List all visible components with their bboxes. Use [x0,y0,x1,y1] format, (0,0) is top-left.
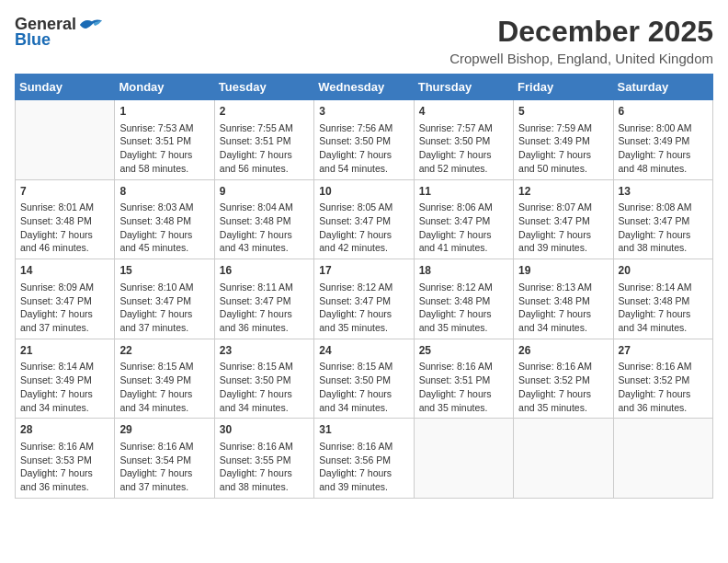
daylight-text: Daylight: 7 hours and 36 minutes. [20,467,93,492]
day-number: 4 [419,104,508,120]
sunset-text: Sunset: 3:50 PM [220,374,291,385]
day-number: 25 [419,343,508,359]
calendar-cell: 21Sunrise: 8:14 AMSunset: 3:49 PMDayligh… [16,339,115,419]
day-number: 7 [20,184,109,200]
calendar-header-monday: Monday [115,75,214,100]
day-number: 27 [619,343,708,359]
location: Cropwell Bishop, England, United Kingdom [449,51,713,66]
day-number: 29 [119,422,209,438]
sunrise-text: Sunrise: 8:15 AM [319,361,392,372]
sunrise-text: Sunrise: 7:57 AM [419,122,493,133]
sunrise-text: Sunrise: 8:14 AM [20,361,94,372]
sunrise-text: Sunrise: 8:16 AM [518,361,592,372]
day-number: 9 [220,184,309,200]
sunset-text: Sunset: 3:56 PM [319,454,391,465]
calendar-cell: 28Sunrise: 8:16 AMSunset: 3:53 PMDayligh… [16,419,115,499]
day-number: 17 [319,263,408,279]
sunset-text: Sunset: 3:47 PM [419,215,491,226]
sunrise-text: Sunrise: 8:13 AM [518,282,592,293]
sunrise-text: Sunrise: 8:12 AM [319,282,392,293]
calendar-cell: 30Sunrise: 8:16 AMSunset: 3:55 PMDayligh… [214,419,313,499]
calendar-cell: 29Sunrise: 8:16 AMSunset: 3:54 PMDayligh… [115,419,214,499]
sunset-text: Sunset: 3:51 PM [419,374,491,385]
calendar-header-wednesday: Wednesday [314,75,414,100]
daylight-text: Daylight: 7 hours and 34 minutes. [619,308,691,333]
sunset-text: Sunset: 3:49 PM [518,135,590,146]
calendar-cell [414,419,513,499]
sunset-text: Sunset: 3:47 PM [319,215,391,226]
calendar-cell: 12Sunrise: 8:07 AMSunset: 3:47 PMDayligh… [514,179,613,259]
calendar-cell: 11Sunrise: 8:06 AMSunset: 3:47 PMDayligh… [414,179,513,259]
calendar-header-row: SundayMondayTuesdayWednesdayThursdayFrid… [16,75,713,100]
daylight-text: Daylight: 7 hours and 35 minutes. [419,308,492,333]
calendar-cell: 1Sunrise: 7:53 AMSunset: 3:51 PMDaylight… [115,100,214,180]
sunset-text: Sunset: 3:49 PM [20,374,92,385]
day-number: 2 [220,104,309,120]
calendar-header-tuesday: Tuesday [214,75,313,100]
daylight-text: Daylight: 7 hours and 38 minutes. [220,467,292,492]
sunset-text: Sunset: 3:48 PM [619,295,690,306]
sunset-text: Sunset: 3:55 PM [220,454,291,465]
sunrise-text: Sunrise: 8:00 AM [619,122,692,133]
daylight-text: Daylight: 7 hours and 35 minutes. [319,308,392,333]
calendar-cell [16,100,115,180]
sunrise-text: Sunrise: 8:14 AM [619,282,692,293]
sunrise-text: Sunrise: 8:01 AM [20,201,94,213]
daylight-text: Daylight: 7 hours and 50 minutes. [518,149,591,174]
daylight-text: Daylight: 7 hours and 34 minutes. [220,388,292,413]
calendar-cell: 7Sunrise: 8:01 AMSunset: 3:48 PMDaylight… [16,179,115,259]
sunrise-text: Sunrise: 7:59 AM [518,122,592,133]
sunrise-text: Sunrise: 8:15 AM [119,361,193,372]
day-number: 1 [119,104,209,120]
logo: General Blue [15,15,104,50]
sunrise-text: Sunrise: 8:16 AM [319,441,392,452]
daylight-text: Daylight: 7 hours and 37 minutes. [119,467,192,492]
sunrise-text: Sunrise: 7:53 AM [119,122,193,133]
day-number: 11 [419,184,508,200]
calendar-header-sunday: Sunday [16,75,115,100]
day-number: 30 [220,422,309,438]
day-number: 15 [119,263,209,279]
daylight-text: Daylight: 7 hours and 48 minutes. [619,149,691,174]
daylight-text: Daylight: 7 hours and 54 minutes. [319,149,392,174]
calendar-cell: 10Sunrise: 8:05 AMSunset: 3:47 PMDayligh… [314,179,414,259]
calendar-cell: 25Sunrise: 8:16 AMSunset: 3:51 PMDayligh… [414,339,513,419]
sunrise-text: Sunrise: 7:56 AM [319,122,392,133]
sunset-text: Sunset: 3:49 PM [119,374,191,385]
calendar-cell: 24Sunrise: 8:15 AMSunset: 3:50 PMDayligh… [314,339,414,419]
title-block: December 2025 Cropwell Bishop, England, … [449,15,713,66]
daylight-text: Daylight: 7 hours and 34 minutes. [319,388,392,413]
sunset-text: Sunset: 3:51 PM [220,135,291,146]
day-number: 31 [319,422,408,438]
day-number: 6 [619,104,708,120]
calendar-cell: 19Sunrise: 8:13 AMSunset: 3:48 PMDayligh… [514,259,613,339]
daylight-text: Daylight: 7 hours and 45 minutes. [119,229,192,254]
calendar-cell: 6Sunrise: 8:00 AMSunset: 3:49 PMDaylight… [613,100,712,180]
sunrise-text: Sunrise: 8:04 AM [220,201,293,213]
calendar-table: SundayMondayTuesdayWednesdayThursdayFrid… [15,74,713,499]
sunset-text: Sunset: 3:47 PM [619,215,690,226]
sunset-text: Sunset: 3:48 PM [119,215,191,226]
day-number: 12 [518,184,608,200]
calendar-week-3: 14Sunrise: 8:09 AMSunset: 3:47 PMDayligh… [16,259,713,339]
calendar-cell: 26Sunrise: 8:16 AMSunset: 3:52 PMDayligh… [514,339,613,419]
sunset-text: Sunset: 3:50 PM [319,374,391,385]
calendar-cell: 3Sunrise: 7:56 AMSunset: 3:50 PMDaylight… [314,100,414,180]
calendar-cell: 20Sunrise: 8:14 AMSunset: 3:48 PMDayligh… [613,259,712,339]
day-number: 19 [518,263,608,279]
sunrise-text: Sunrise: 8:05 AM [319,201,392,213]
sunrise-text: Sunrise: 8:08 AM [619,201,692,213]
calendar-week-4: 21Sunrise: 8:14 AMSunset: 3:49 PMDayligh… [16,339,713,419]
daylight-text: Daylight: 7 hours and 34 minutes. [20,388,93,413]
day-number: 24 [319,343,408,359]
calendar-cell: 13Sunrise: 8:08 AMSunset: 3:47 PMDayligh… [613,179,712,259]
daylight-text: Daylight: 7 hours and 58 minutes. [119,149,192,174]
sunrise-text: Sunrise: 8:03 AM [119,201,193,213]
sunset-text: Sunset: 3:47 PM [518,215,590,226]
sunset-text: Sunset: 3:48 PM [220,215,291,226]
calendar-header-thursday: Thursday [414,75,513,100]
sunset-text: Sunset: 3:48 PM [518,295,590,306]
calendar-cell: 14Sunrise: 8:09 AMSunset: 3:47 PMDayligh… [16,259,115,339]
sunrise-text: Sunrise: 8:16 AM [619,361,692,372]
sunset-text: Sunset: 3:49 PM [619,135,690,146]
